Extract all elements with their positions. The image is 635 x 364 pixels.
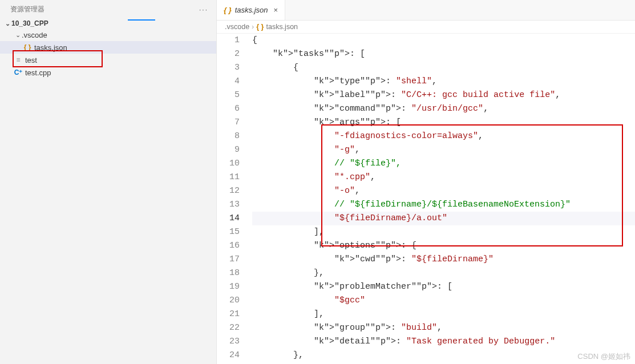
code-line[interactable]: ], xyxy=(252,225,635,239)
tab-label: tasks.json xyxy=(235,6,268,14)
line-number: 17 xyxy=(217,253,240,266)
line-number: 19 xyxy=(217,280,240,294)
tree-file-test-cpp[interactable]: C⁺ test.cpp xyxy=(0,66,216,79)
line-number: 9 xyxy=(217,143,240,157)
code-content[interactable]: { "k">"tasks""p">: [ { "k">"type""p">: "… xyxy=(252,34,635,364)
code-line[interactable]: // "${file}", xyxy=(252,157,635,171)
file-tree: ⌄ .vscode { } tasks.json ≡ test C⁺ test.… xyxy=(0,29,216,79)
line-number: 10 xyxy=(217,157,240,171)
code-line[interactable]: ], xyxy=(252,308,635,321)
code-line[interactable]: }, xyxy=(252,266,635,280)
code-line[interactable]: "k">"command""p">: "/usr/bin/gcc", xyxy=(252,102,635,116)
code-line[interactable]: "-o", xyxy=(252,184,635,198)
code-line[interactable]: "k">"type""p">: "shell", xyxy=(252,75,635,88)
line-number: 1 xyxy=(217,34,240,47)
line-number: 8 xyxy=(217,130,240,143)
line-number: 23 xyxy=(217,335,240,349)
code-editor[interactable]: 123456789101112131415161718192021222324 … xyxy=(217,34,635,364)
line-number: 18 xyxy=(217,266,240,280)
line-number: 11 xyxy=(217,171,240,184)
explorer-header: 资源管理器 ··· xyxy=(0,0,216,18)
line-number: 22 xyxy=(217,321,240,335)
code-line[interactable]: "k">"group""p">: "build", xyxy=(252,321,635,335)
code-line[interactable]: "$gcc" xyxy=(252,294,635,308)
explorer-sidebar: 资源管理器 ··· ⌄ 10_30_CPP ⌄ .vscode { } task… xyxy=(0,0,217,364)
cpp-file-icon: C⁺ xyxy=(14,68,23,77)
code-line[interactable]: // "${fileDirname}/${fileBasenameNoExten… xyxy=(252,198,635,212)
tree-item-label: .vscode xyxy=(22,31,47,39)
tree-item-label: test.cpp xyxy=(25,68,51,77)
tree-file-test[interactable]: ≡ test xyxy=(0,54,216,66)
chevron-right-icon: › xyxy=(252,23,254,31)
tree-item-label: tasks.json xyxy=(34,43,67,52)
breadcrumb-segment[interactable]: .vscode xyxy=(225,23,249,31)
code-line[interactable]: "k">"args""p">: [ xyxy=(252,116,635,130)
tree-file-tasks-json[interactable]: { } tasks.json xyxy=(0,41,216,54)
tree-folder-vscode[interactable]: ⌄ .vscode xyxy=(0,29,216,41)
line-number: 6 xyxy=(217,102,240,116)
file-icon: ≡ xyxy=(14,55,23,64)
line-number: 3 xyxy=(217,61,240,75)
code-line[interactable]: "k">"problemMatcher""p">: [ xyxy=(252,280,635,294)
editor-tabs: { } tasks.json × xyxy=(217,0,635,21)
line-gutter: 123456789101112131415161718192021222324 xyxy=(217,34,252,364)
json-file-icon: { } xyxy=(23,43,32,52)
code-line[interactable]: "k">"cwd""p">: "${fileDirname}" xyxy=(252,253,635,266)
project-root[interactable]: ⌄ 10_30_CPP xyxy=(0,18,216,29)
breadcrumb-segment[interactable]: tasks.json xyxy=(266,23,298,31)
line-number: 24 xyxy=(217,349,240,362)
sidebar-tab-indicator xyxy=(128,19,155,21)
code-line[interactable]: "k">"detail""p">: "Task generated by Deb… xyxy=(252,335,635,349)
code-line[interactable]: "-fdiagnostics-color=always", xyxy=(252,130,635,143)
editor-area: { } tasks.json × .vscode › { } tasks.jso… xyxy=(217,0,635,364)
line-number: 4 xyxy=(217,75,240,88)
tree-item-label: test xyxy=(25,56,37,64)
code-line[interactable]: { xyxy=(252,61,635,75)
line-number: 7 xyxy=(217,116,240,130)
tab-tasks-json[interactable]: { } tasks.json × xyxy=(217,0,285,20)
line-number: 16 xyxy=(217,239,240,253)
code-line[interactable]: "-g", xyxy=(252,143,635,157)
code-line[interactable]: }, xyxy=(252,349,635,362)
line-number: 5 xyxy=(217,88,240,102)
line-number: 21 xyxy=(217,308,240,321)
line-number: 2 xyxy=(217,47,240,61)
code-line[interactable]: "k">"tasks""p">: [ xyxy=(252,47,635,61)
json-file-icon: { } xyxy=(224,6,232,14)
code-line[interactable]: "k">"options""p">: { xyxy=(252,239,635,253)
code-line[interactable]: { xyxy=(252,34,635,47)
chevron-down-icon: ⌄ xyxy=(14,31,22,39)
chevron-down-icon: ⌄ xyxy=(3,20,11,27)
code-line[interactable]: "*.cpp", xyxy=(252,171,635,184)
line-number: 12 xyxy=(217,184,240,198)
line-number: 13 xyxy=(217,198,240,212)
line-number: 15 xyxy=(217,225,240,239)
json-file-icon: { } xyxy=(256,23,264,31)
code-line[interactable]: "k">"label""p">: "C/C++: gcc build activ… xyxy=(252,88,635,102)
line-number: 20 xyxy=(217,294,240,308)
code-line[interactable]: "${fileDirname}/a.out" xyxy=(252,212,635,225)
explorer-title: 资源管理器 xyxy=(10,5,45,14)
explorer-more-icon[interactable]: ··· xyxy=(199,6,208,14)
breadcrumb[interactable]: .vscode › { } tasks.json xyxy=(217,21,635,34)
project-name: 10_30_CPP xyxy=(11,19,48,27)
close-icon[interactable]: × xyxy=(272,6,281,14)
